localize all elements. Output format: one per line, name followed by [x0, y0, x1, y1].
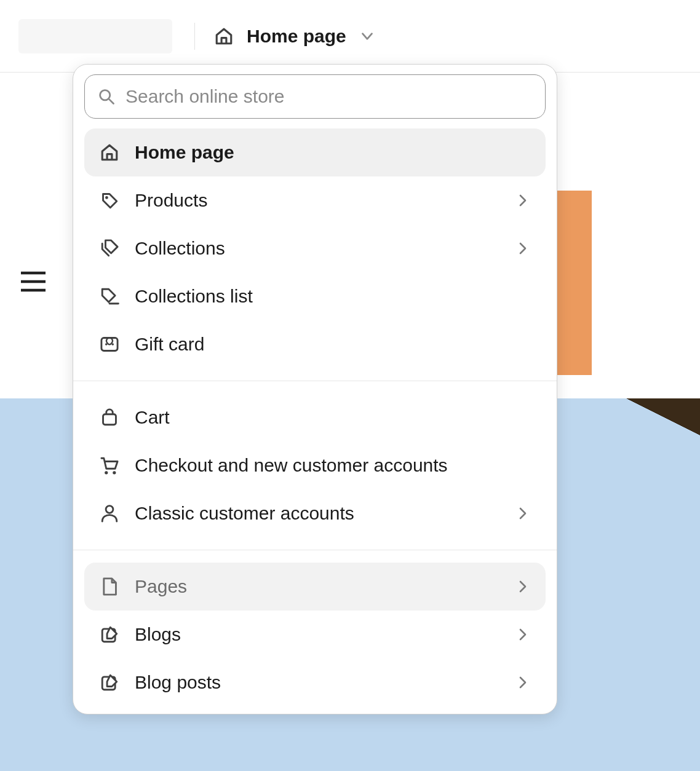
menu-item-label: Collections list [135, 286, 531, 307]
menu-item-classic-accounts[interactable]: Classic customer accounts [84, 489, 546, 537]
chevron-right-icon [515, 674, 531, 690]
search-field-wrap[interactable] [84, 74, 546, 119]
tag-list-icon [99, 286, 120, 307]
chevron-right-icon [515, 240, 531, 256]
menu-item-label: Checkout and new customer accounts [135, 455, 531, 476]
edit-icon [99, 624, 120, 645]
chevron-right-icon [515, 505, 531, 521]
menu-item-label: Pages [135, 576, 500, 597]
menu-item-label: Collections [135, 238, 500, 259]
menu-item-collections-list[interactable]: Collections list [84, 272, 546, 320]
chevron-down-icon [359, 28, 376, 45]
menu-item-collections[interactable]: Collections [84, 224, 546, 272]
tag-icon [99, 190, 120, 211]
menu-item-label: Home page [135, 142, 531, 163]
logo-block [554, 191, 592, 375]
menu-item-products[interactable]: Products [84, 176, 546, 224]
menu-item-blogs[interactable]: Blogs [84, 611, 546, 658]
chevron-right-icon [515, 579, 531, 595]
editor-topbar: Home page [0, 0, 700, 73]
brand-logo-placeholder [18, 19, 172, 53]
bag-icon [99, 407, 120, 428]
menu-separator [73, 381, 557, 381]
menu-separator [73, 550, 557, 550]
menu-item-label: Gift card [135, 334, 531, 355]
menu-item-pages[interactable]: Pages [84, 563, 546, 611]
search-icon [97, 87, 116, 106]
page-icon [99, 576, 120, 597]
tag-alt-icon [99, 238, 120, 259]
menu-item-home[interactable]: Home page [84, 128, 546, 176]
hero-image-detail [626, 398, 700, 435]
menu-item-label: Blogs [135, 624, 500, 645]
page-selector[interactable]: Home page [213, 26, 376, 47]
menu-item-label: Products [135, 190, 500, 211]
page-selector-label: Home page [247, 26, 346, 47]
separator [194, 23, 195, 50]
home-icon [99, 142, 120, 163]
menu-item-label: Classic customer accounts [135, 503, 500, 524]
menu-item-label: Blog posts [135, 672, 500, 693]
menu-item-label: Cart [135, 407, 531, 428]
menu-item-checkout[interactable]: Checkout and new customer accounts [84, 441, 546, 489]
gift-card-icon [99, 334, 120, 355]
menu-item-cart[interactable]: Cart [84, 393, 546, 441]
cart-icon [99, 455, 120, 476]
page-selector-dropdown: Home pageProductsCollectionsCollections … [73, 64, 557, 714]
home-icon [213, 26, 234, 47]
search-input[interactable] [125, 86, 533, 107]
edit-icon [99, 672, 120, 693]
hamburger-icon[interactable] [17, 266, 49, 298]
user-icon [99, 503, 120, 524]
menu-item-gift-card[interactable]: Gift card [84, 320, 546, 368]
menu-item-blog-posts[interactable]: Blog posts [84, 658, 546, 706]
chevron-right-icon [515, 627, 531, 642]
chevron-right-icon [515, 192, 531, 208]
